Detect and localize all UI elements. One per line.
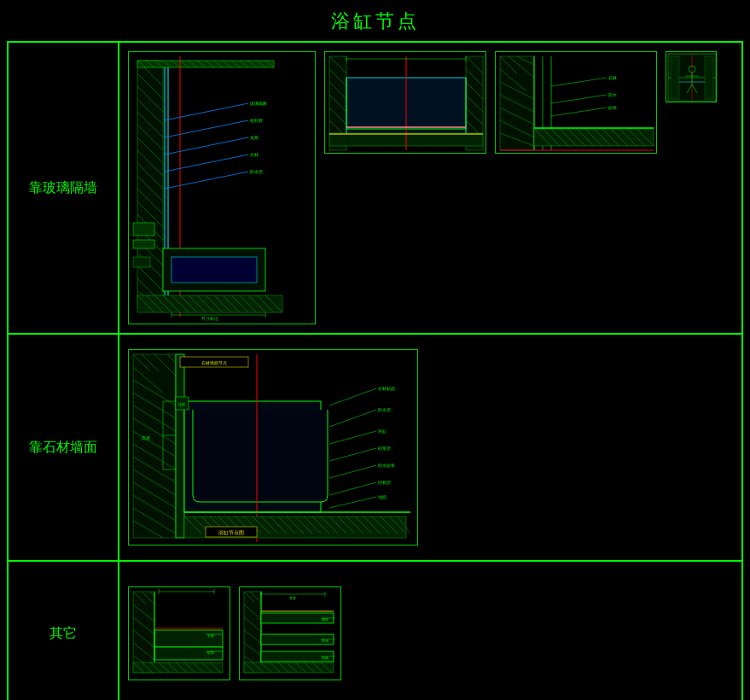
svg-line-40: [165, 103, 248, 120]
row-content-other: 石材 砂浆: [119, 562, 741, 700]
svg-text:砂浆: 砂浆: [206, 650, 214, 655]
svg-rect-164: [176, 354, 184, 538]
svg-line-129: [551, 95, 607, 103]
svg-text:石材墙面节点: 石材墙面节点: [201, 360, 227, 365]
svg-text:砂浆层: 砂浆层: [377, 446, 391, 451]
row-other: 其它: [9, 562, 741, 700]
svg-text:地面: 地面: [377, 494, 387, 499]
svg-rect-138: [671, 56, 679, 99]
svg-line-196: [329, 410, 376, 427]
svg-line-199: [329, 465, 376, 478]
svg-line-43: [165, 155, 248, 172]
svg-text:高度: 高度: [142, 435, 150, 440]
svg-text:防水层: 防水层: [378, 407, 391, 412]
panel-other-1: 石材 砂浆: [128, 586, 230, 680]
svg-text:防水砂浆: 防水砂浆: [378, 463, 395, 468]
svg-line-201: [329, 497, 376, 508]
svg-text:龙骨: 龙骨: [250, 135, 259, 140]
svg-text:石材: 石材: [608, 75, 617, 80]
svg-text:防水层: 防水层: [250, 169, 263, 174]
page-title: 浴缸节点: [0, 0, 750, 41]
svg-text:防水: 防水: [608, 92, 617, 97]
svg-line-44: [165, 172, 248, 189]
row-label-glass: 靠玻璃隔墙: [9, 43, 119, 333]
row-label-other: 其它: [9, 562, 119, 700]
svg-text:宽度: 宽度: [289, 596, 296, 600]
svg-line-130: [551, 108, 607, 116]
svg-text:石材贴面: 石材贴面: [378, 386, 395, 391]
row-glass-partition: 靠玻璃隔墙: [9, 43, 741, 335]
svg-text:结构层: 结构层: [378, 480, 391, 485]
panel-glass-thumbnail: [666, 51, 717, 102]
svg-rect-69: [133, 223, 154, 236]
row-label-stone: 靠石材墙面: [9, 335, 119, 560]
svg-text:浴缸: 浴缸: [378, 429, 387, 434]
svg-rect-272: [244, 662, 334, 673]
svg-line-42: [165, 137, 248, 155]
svg-line-200: [329, 482, 376, 495]
svg-text:石材: 石材: [207, 633, 214, 638]
svg-rect-220: [133, 592, 154, 673]
panel-glass-cross-section: [324, 51, 486, 154]
svg-text:浴缸节点图: 浴缸节点图: [218, 530, 244, 535]
svg-text:瓷砖: 瓷砖: [322, 617, 328, 621]
svg-line-41: [165, 120, 248, 137]
svg-rect-0: [137, 61, 163, 308]
svg-rect-52: [137, 295, 282, 312]
panel-glass-main: 玻璃隔断 密封胶 龙骨 石材 防水层: [128, 51, 316, 324]
svg-line-197: [329, 431, 376, 444]
row-content-glass: 玻璃隔断 密封胶 龙骨 石材 防水层: [119, 43, 741, 333]
svg-line-198: [329, 448, 376, 461]
svg-text:玻璃隔断: 玻璃隔断: [250, 101, 267, 106]
svg-rect-230: [154, 630, 223, 647]
row-content-stone: 石材贴面 防水层 浴缸 砂浆层 防水砂浆 结构层 地面 高度 石材墙面节点: [119, 335, 741, 560]
row-stone-wall: 靠石材墙面: [9, 335, 741, 562]
svg-text:连接: 连接: [178, 402, 185, 406]
panel-glass-detail: 石材 防水 砂浆: [495, 51, 657, 154]
svg-text:防水: 防水: [322, 639, 328, 643]
svg-rect-139: [705, 56, 713, 99]
outer-border: 靠玻璃隔墙: [7, 41, 743, 700]
svg-line-128: [551, 78, 607, 86]
svg-rect-20: [137, 61, 274, 67]
svg-rect-70: [133, 240, 154, 248]
panel-stone-main: 石材贴面 防水层 浴缸 砂浆层 防水砂浆 结构层 地面 高度 石材墙面节点: [128, 349, 418, 545]
svg-rect-51: [172, 257, 257, 283]
svg-line-195: [329, 388, 376, 405]
svg-rect-146: [133, 354, 176, 538]
svg-text:结构: 结构: [322, 656, 328, 660]
svg-text:石材: 石材: [250, 152, 259, 157]
svg-rect-71: [133, 257, 150, 267]
panel-other-2: 瓷砖 防水 结构: [239, 586, 341, 680]
svg-text:密封胶: 密封胶: [250, 118, 263, 123]
svg-rect-241: [133, 662, 223, 673]
svg-text:尺寸标注: 尺寸标注: [201, 316, 218, 321]
svg-text:砂浆: 砂浆: [608, 105, 617, 110]
